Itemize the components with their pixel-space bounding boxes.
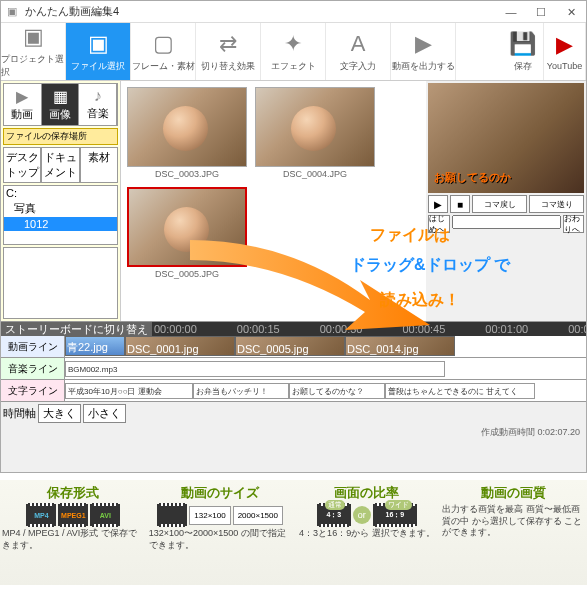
- film-icon: MPEG1: [58, 504, 88, 526]
- promo-format: 保存形式 MP4 MPEG1 AVI MP4 / MPEG1 / AVI形式 で…: [2, 484, 145, 581]
- ribbon-save[interactable]: 💾保存: [502, 23, 544, 80]
- app-window: ▣ かんたん動画編集4 — ☐ ✕ ▣プロジェクト選択 ▣ファイル選択 ▢フレー…: [0, 0, 587, 473]
- location-header: ファイルの保存場所: [3, 128, 118, 145]
- app-icon: ▣: [7, 5, 21, 19]
- ribbon-effect[interactable]: ✦エフェクト: [261, 23, 326, 80]
- promo-size: 動画のサイズ 132×100 2000×1500 132×100〜2000×15…: [149, 484, 292, 581]
- or-badge: or: [353, 506, 371, 524]
- thumb-label: DSC_0005.JPG: [155, 269, 219, 279]
- goend-button[interactable]: おわりへ: [563, 215, 585, 233]
- thumbnail[interactable]: DSC_0003.JPG: [127, 87, 247, 179]
- promo-ratio: 画面の比率 4：3通常 or 16：9ワイド 4：3と16：9から 選択できます…: [296, 484, 439, 581]
- ratio-box: 4：3通常: [317, 504, 351, 526]
- promo-strip: 保存形式 MP4 MPEG1 AVI MP4 / MPEG1 / AVI形式 で…: [0, 480, 587, 585]
- ratio-box: 16：9ワイド: [373, 504, 417, 526]
- audio-track[interactable]: BGM002.mp3: [65, 358, 586, 379]
- music-icon: ♪: [79, 87, 116, 105]
- track-label-text: 文字ライン: [1, 380, 65, 401]
- video-icon: ▶: [4, 87, 41, 106]
- thumb-image: [255, 87, 375, 167]
- thumbnail-selected[interactable]: DSC_0005.JPG: [127, 187, 247, 279]
- audio-clip[interactable]: BGM002.mp3: [65, 361, 445, 377]
- loc-documents[interactable]: ドキュメント: [41, 147, 79, 183]
- preview-panel: お願してるのか ▶ ■ コマ戻し コマ送り はじめへ おわりへ: [426, 81, 586, 321]
- preview-display: お願してるのか: [428, 83, 584, 193]
- clip[interactable]: DSC_0014.jpg: [345, 336, 455, 356]
- zoom-out-button[interactable]: 小さく: [83, 404, 126, 423]
- effect-icon: ✦: [284, 31, 302, 57]
- ribbon-file[interactable]: ▣ファイル選択: [66, 23, 131, 80]
- media-tab-image[interactable]: ▦画像: [42, 84, 80, 125]
- callout-line3: 読み込み！: [380, 290, 460, 311]
- video-track[interactable]: 青22.jpg DSC_0001.jpg DSC_0005.jpg DSC_00…: [65, 336, 586, 357]
- track-label-audio: 音楽ライン: [1, 358, 65, 379]
- clip[interactable]: 青22.jpg: [65, 336, 125, 356]
- transition-icon: ⇄: [219, 31, 237, 57]
- folder-tree[interactable]: C: 写真 1012: [3, 185, 118, 245]
- loc-material[interactable]: 素材: [80, 147, 118, 183]
- export-icon: ▶: [415, 31, 432, 57]
- project-icon: ▣: [23, 24, 44, 50]
- ribbon-text[interactable]: A文字入力: [326, 23, 391, 80]
- callout-line2: ドラッグ&ドロップ で: [350, 255, 510, 276]
- preview-overlay-text: お願してるのか: [434, 170, 511, 185]
- play-button[interactable]: ▶: [428, 195, 448, 213]
- storyboard-switch[interactable]: ストーリーボードに切り替え: [1, 322, 152, 336]
- timeline: ストーリーボードに切り替え 00:00:0000:00:1500:00:3000…: [1, 321, 586, 440]
- zoom-label: 時間軸: [3, 406, 36, 421]
- tree-item-selected[interactable]: 1012: [4, 217, 117, 231]
- left-spacer: [3, 247, 118, 319]
- text-clip[interactable]: お弁当もバッチリ！: [193, 383, 289, 399]
- text-clip[interactable]: 平成30年10月○○日 運動会: [65, 383, 193, 399]
- maximize-button[interactable]: ☐: [526, 1, 556, 23]
- ribbon-export[interactable]: ▶動画を出力する: [391, 23, 456, 80]
- framefwd-button[interactable]: コマ送り: [529, 195, 584, 213]
- film-icon: [157, 504, 187, 526]
- loc-desktop[interactable]: デスクトップ: [3, 147, 41, 183]
- text-icon: A: [351, 31, 366, 57]
- file-icon: ▣: [88, 31, 109, 57]
- ribbon: ▣プロジェクト選択 ▣ファイル選択 ▢フレーム・素材 ⇄切り替え効果 ✦エフェク…: [1, 23, 586, 81]
- thumbnail-grid: DSC_0003.JPG DSC_0004.JPG DSC_0005.JPG: [121, 81, 426, 321]
- thumb-label: DSC_0004.JPG: [283, 169, 347, 179]
- text-clip[interactable]: お願してるのかな？: [289, 383, 385, 399]
- thumb-image: [127, 87, 247, 167]
- thumbnail[interactable]: DSC_0004.JPG: [255, 87, 375, 179]
- tree-item[interactable]: 写真: [4, 200, 117, 217]
- stop-button[interactable]: ■: [450, 195, 470, 213]
- status-bar: 作成動画時間 0:02:07.20: [1, 425, 586, 440]
- time-input[interactable]: [452, 215, 561, 229]
- media-tab-audio[interactable]: ♪音楽: [79, 84, 117, 125]
- titlebar: ▣ かんたん動画編集4 — ☐ ✕: [1, 1, 586, 23]
- save-icon: 💾: [509, 31, 536, 57]
- ribbon-youtube[interactable]: ▶YouTube: [544, 23, 586, 80]
- thumb-image: [127, 187, 247, 267]
- film-icon: AVI: [90, 504, 120, 526]
- clip[interactable]: DSC_0005.jpg: [235, 336, 345, 356]
- ribbon-transition[interactable]: ⇄切り替え効果: [196, 23, 261, 80]
- minimize-button[interactable]: —: [496, 1, 526, 23]
- clip[interactable]: DSC_0001.jpg: [125, 336, 235, 356]
- left-panel: ▶動画 ▦画像 ♪音楽 ファイルの保存場所 デスクトップ ドキュメント 素材 C…: [1, 81, 121, 321]
- image-icon: ▦: [42, 87, 79, 106]
- time-ruler: 00:00:0000:00:1500:00:3000:00:4500:01:00…: [152, 323, 586, 335]
- window-title: かんたん動画編集4: [25, 4, 119, 19]
- thumb-label: DSC_0003.JPG: [155, 169, 219, 179]
- ribbon-frame[interactable]: ▢フレーム・素材: [131, 23, 196, 80]
- frame-icon: ▢: [153, 31, 174, 57]
- text-clip[interactable]: 普段はちゃんとできるのに 甘えてく: [385, 383, 535, 399]
- youtube-icon: ▶: [556, 32, 573, 58]
- text-track[interactable]: 平成30年10月○○日 運動会 お弁当もバッチリ！ お願してるのかな？ 普段はち…: [65, 380, 586, 401]
- media-tab-video[interactable]: ▶動画: [4, 84, 42, 125]
- ribbon-project[interactable]: ▣プロジェクト選択: [1, 23, 66, 80]
- frameback-button[interactable]: コマ戻し: [472, 195, 527, 213]
- film-icon: MP4: [26, 504, 56, 526]
- track-label-video: 動画ライン: [1, 336, 65, 357]
- zoom-in-button[interactable]: 大きく: [38, 404, 81, 423]
- tree-item[interactable]: C:: [4, 186, 117, 200]
- close-button[interactable]: ✕: [556, 1, 586, 23]
- promo-quality: 動画の画質 出力する画質を最高 画質〜最低画質の中 から選択して保存する ことが…: [442, 484, 585, 581]
- callout-line1: ファイルは: [370, 225, 450, 246]
